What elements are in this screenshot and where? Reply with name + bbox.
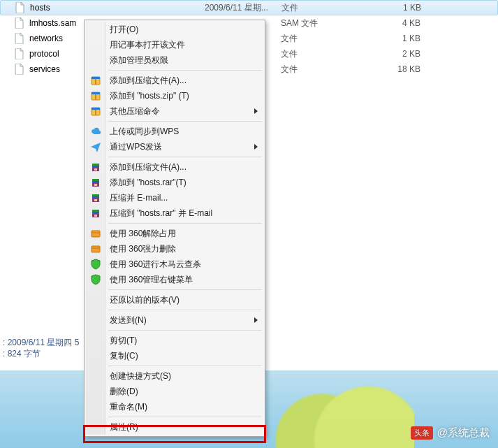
file-size: 1 KB [379, 34, 420, 43]
menu-item[interactable]: 使用 360进行木马云查杀 [86, 256, 263, 272]
menu-item-label: 删除(D) [110, 386, 138, 398]
file-type: 文件 [281, 48, 379, 60]
menu-item[interactable]: 压缩并 E-mail... [86, 190, 263, 205]
svg-rect-4 [91, 92, 100, 94]
rar-icon [90, 177, 101, 188]
chevron-right-icon [254, 108, 258, 114]
menu-item[interactable]: 其他压缩命令 [86, 103, 263, 119]
menu-item-label: 复制(C) [110, 350, 138, 362]
file-type: SAM 文件 [281, 17, 379, 29]
svg-rect-11 [94, 199, 97, 201]
menu-item-label: 添加到 "hosts.zip" (T) [110, 90, 189, 102]
menu-item[interactable]: 添加到压缩文件(A)... [86, 73, 263, 88]
zip-blue-icon [90, 75, 101, 86]
menu-separator [108, 310, 262, 310]
menu-item[interactable]: 重命名(M) [86, 399, 263, 414]
rar-icon [90, 192, 101, 203]
menu-separator [108, 289, 262, 290]
file-icon [15, 2, 26, 13]
menu-separator [108, 157, 262, 157]
rar-icon [90, 208, 101, 219]
menu-item-label: 使用 360进行木马云查杀 [110, 259, 201, 270]
file-type: 文件 [281, 2, 379, 14]
status-bar: : 2009/6/11 星期四 5 : 824 字节 [0, 335, 82, 361]
file-name: hosts [30, 3, 205, 13]
menu-items: 打开(O)用记事本打开该文件添加管理员权限添加到压缩文件(A)...添加到 "h… [86, 22, 263, 435]
svg-rect-9 [94, 168, 97, 171]
menu-item[interactable]: 打开(O) [86, 22, 263, 37]
file-size: 1 KB [379, 3, 421, 13]
svg-rect-14 [91, 246, 100, 252]
svg-rect-7 [91, 108, 100, 110]
menu-item[interactable]: 还原以前的版本(V) [86, 292, 263, 308]
menu-item[interactable]: 压缩到 "hosts.rar" 并 E-mail [86, 205, 263, 221]
menu-item[interactable]: 添加到 "hosts.zip" (T) [86, 88, 263, 103]
chevron-right-icon [254, 317, 258, 323]
menu-item-label: 添加到 "hosts.rar"(T) [110, 177, 186, 189]
menu-item[interactable]: 使用 360管理右键菜单 [86, 272, 263, 287]
menu-item[interactable]: 通过WPS发送 [86, 139, 263, 154]
cloud-icon [90, 126, 101, 137]
file-type: 文件 [281, 33, 379, 45]
menu-item-label: 创建快捷方式(S) [110, 370, 171, 382]
menu-item[interactable]: 使用 360强力删除 [86, 241, 263, 256]
watermark-text: @系统总裁 [437, 426, 490, 440]
menu-item[interactable]: 添加到 "hosts.rar"(T) [86, 175, 263, 190]
file-size: 18 KB [379, 64, 420, 74]
menu-item[interactable]: 属性(R) [86, 419, 263, 435]
svg-rect-8 [95, 110, 96, 115]
menu-item-label: 打开(O) [110, 24, 138, 36]
chevron-right-icon [254, 144, 258, 150]
watermark-badge: 头条 [411, 426, 433, 440]
wallpaper-decor [261, 370, 414, 448]
svg-rect-13 [91, 231, 100, 237]
svg-rect-12 [94, 215, 97, 217]
box-icon [90, 243, 101, 254]
menu-item-label: 添加到压缩文件(A)... [110, 161, 186, 173]
menu-item[interactable]: 创建快捷方式(S) [86, 368, 263, 384]
menu-item-label: 还原以前的版本(V) [110, 294, 180, 306]
menu-item[interactable]: 删除(D) [86, 384, 263, 399]
menu-item-label: 通过WPS发送 [110, 141, 162, 153]
shield-icon [90, 259, 101, 270]
context-menu: 打开(O)用记事本打开该文件添加管理员权限添加到压缩文件(A)...添加到 "h… [84, 20, 265, 437]
svg-rect-2 [95, 79, 96, 85]
svg-rect-5 [95, 94, 96, 100]
zip-blue-icon [90, 90, 101, 101]
menu-item-label: 压缩到 "hosts.rar" 并 E-mail [110, 208, 212, 219]
menu-item[interactable]: 发送到(N) [86, 312, 263, 328]
file-icon [14, 48, 25, 59]
menu-item-label: 使用 360解除占用 [110, 228, 176, 240]
menu-item-label: 重命名(M) [110, 401, 147, 413]
svg-rect-10 [94, 184, 97, 186]
menu-item[interactable]: 使用 360解除占用 [86, 226, 263, 241]
file-size: 4 KB [379, 18, 420, 28]
menu-item[interactable]: 添加到压缩文件(A)... [86, 159, 263, 175]
box-icon [90, 228, 101, 239]
menu-item[interactable]: 剪切(T) [86, 333, 263, 348]
send-icon [90, 141, 101, 152]
menu-item[interactable]: 用记事本打开该文件 [86, 37, 263, 52]
file-icon [14, 64, 25, 75]
menu-item-label: 添加管理员权限 [110, 55, 168, 66]
file-icon [14, 17, 25, 29]
shield-icon [90, 274, 101, 285]
menu-item-label: 剪切(T) [110, 335, 137, 347]
file-row[interactable]: hosts2009/6/11 星期...文件1 KB [0, 0, 498, 15]
menu-separator [108, 366, 262, 366]
menu-item-label: 其他压缩命令 [110, 106, 160, 117]
menu-item-label: 发送到(N) [110, 315, 147, 326]
menu-item[interactable]: 复制(C) [86, 348, 263, 363]
menu-item-label: 用记事本打开该文件 [110, 39, 185, 51]
file-date: 2009/6/11 星期... [205, 2, 281, 14]
menu-item[interactable]: 上传或同步到WPS [86, 124, 263, 139]
status-size: : 824 字节 [3, 348, 79, 359]
status-date: : 2009/6/11 星期四 5 [3, 337, 79, 348]
watermark: 头条 @系统总裁 [411, 426, 490, 440]
file-type: 文件 [281, 64, 379, 75]
menu-separator [108, 417, 262, 417]
svg-rect-1 [91, 77, 100, 79]
menu-item[interactable]: 添加管理员权限 [86, 52, 263, 68]
menu-item-label: 添加到压缩文件(A)... [110, 75, 186, 87]
menu-item-label: 使用 360管理右键菜单 [110, 274, 193, 286]
